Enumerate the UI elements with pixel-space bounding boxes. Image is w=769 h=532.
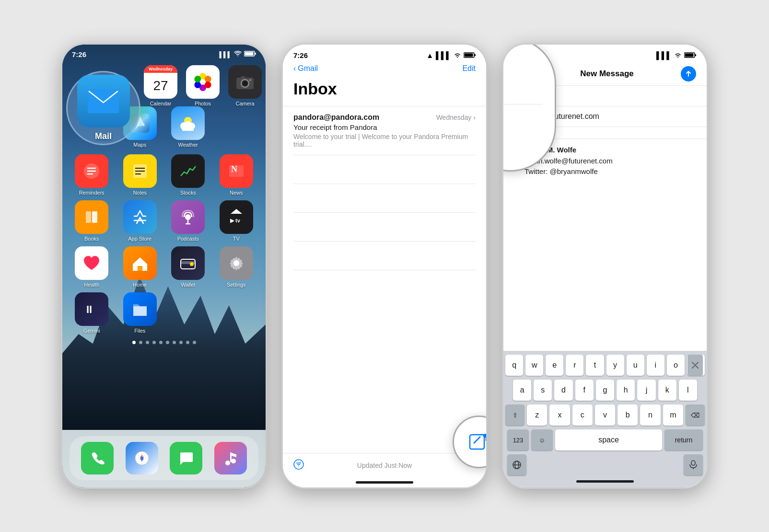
keyboard-extras-row — [505, 452, 705, 478]
wifi-icon — [234, 51, 242, 58]
app-books[interactable]: Books — [72, 200, 112, 242]
key-a[interactable]: a — [513, 380, 531, 401]
key-g[interactable]: g — [596, 380, 614, 401]
email-sender: pandora@pandora.com — [293, 113, 379, 122]
key-k[interactable]: k — [658, 380, 676, 401]
wallet-label: Wallet — [181, 282, 195, 288]
emoji-key[interactable]: ☺ — [531, 429, 553, 451]
app-podcasts[interactable]: Podcasts — [168, 200, 208, 242]
key-h[interactable]: h — [617, 380, 635, 401]
svg-rect-13 — [241, 76, 245, 78]
return-key[interactable]: return — [664, 429, 703, 451]
app-stocks[interactable]: Stocks — [168, 154, 208, 196]
space-key[interactable]: space — [555, 429, 662, 451]
app-appstore[interactable]: App Store — [120, 200, 160, 242]
signal-icon-3: ▌▌▌ — [656, 51, 672, 59]
svg-rect-15 — [88, 89, 119, 113]
app-settings[interactable]: Settings — [217, 246, 256, 288]
dock-safari[interactable] — [126, 442, 158, 474]
key-f[interactable]: f — [575, 380, 594, 401]
key-o[interactable]: o — [667, 355, 685, 376]
wifi-icon-3 — [674, 51, 682, 59]
key-m[interactable]: m — [663, 405, 683, 426]
home-indicator — [283, 477, 486, 487]
maps-label: Maps — [133, 142, 146, 148]
files-label: Files — [134, 328, 145, 334]
inbox-filter-icon[interactable] — [293, 459, 304, 472]
key-v[interactable]: v — [595, 405, 615, 426]
svg-point-53 — [231, 459, 236, 463]
mic-key[interactable] — [684, 454, 703, 475]
app-calendar[interactable]: Wednesday 27 Calendar — [144, 65, 177, 106]
edit-button[interactable]: Edit — [462, 64, 476, 73]
svg-text:N: N — [231, 164, 237, 174]
books-label: Books — [84, 236, 99, 242]
app-camera[interactable]: Camera — [228, 65, 262, 106]
app-gemini[interactable]: II Gemini — [72, 292, 112, 334]
key-l[interactable]: l — [679, 380, 697, 401]
app-home[interactable]: Home — [120, 246, 160, 288]
key-i[interactable]: i — [647, 355, 664, 376]
key-w[interactable]: w — [525, 355, 543, 376]
app-photos[interactable]: Photos — [186, 65, 220, 106]
gemini-label: Gemini — [83, 328, 100, 334]
compose-body[interactable]: Bryan M. Wolfe bryan.wolfe@futurenet.com… — [503, 139, 707, 351]
app-reminders[interactable]: Reminders — [72, 154, 112, 196]
phone3-frame: 7:26 ▌▌▌ New Message To: — [502, 43, 708, 489]
svg-rect-2 — [245, 52, 254, 56]
svg-point-35 — [185, 214, 191, 220]
signal-icon: ▌▌▌ — [219, 51, 232, 58]
keyboard-row-1: q w e r t y u i o p — [505, 355, 705, 376]
key-n[interactable]: n — [640, 405, 660, 426]
svg-point-12 — [243, 81, 247, 86]
svg-point-64 — [483, 434, 487, 438]
keyboard-dismiss-button[interactable] — [687, 355, 703, 376]
dock-messages[interactable] — [170, 442, 202, 474]
key-y[interactable]: y — [606, 355, 624, 376]
chevron-right-icon: › — [473, 114, 476, 121]
svg-text:II: II — [86, 303, 92, 315]
appstore-label: App Store — [128, 236, 151, 242]
dock — [70, 436, 258, 480]
key-b[interactable]: b — [618, 405, 638, 426]
number-key[interactable]: 123 — [507, 429, 529, 451]
email-list-item[interactable]: pandora@pandora.com Wednesday › Your rec… — [283, 106, 486, 155]
app-news[interactable]: N News — [217, 154, 256, 196]
svg-rect-22 — [182, 127, 194, 131]
key-q[interactable]: q — [505, 355, 523, 376]
mail-circle[interactable]: Mail — [66, 71, 140, 145]
dock-music[interactable] — [214, 442, 247, 474]
app-weather[interactable]: Weather — [168, 106, 208, 150]
svg-point-14 — [249, 79, 251, 81]
key-z[interactable]: z — [527, 405, 547, 426]
phone1-status-icons: ▌▌▌ — [219, 51, 256, 58]
svg-rect-71 — [691, 461, 695, 465]
key-e[interactable]: e — [546, 355, 563, 376]
inbox-title: Inbox — [283, 78, 486, 106]
key-x[interactable]: x — [549, 405, 570, 426]
app-tv[interactable]: ▶ tv TV — [217, 200, 256, 242]
keyboard-row-4: 123 ☺ space return — [505, 429, 705, 451]
dock-phone[interactable] — [81, 442, 114, 474]
key-u[interactable]: u — [627, 355, 644, 376]
app-notes[interactable]: Notes — [120, 154, 160, 196]
back-button[interactable]: ‹ Gmail — [293, 64, 318, 73]
send-button[interactable] — [681, 66, 696, 81]
key-j[interactable]: j — [637, 380, 655, 401]
app-wallet[interactable]: Wallet — [168, 246, 208, 288]
svg-rect-57 — [465, 54, 473, 57]
delete-key[interactable]: ⌫ — [686, 405, 705, 426]
globe-key[interactable] — [507, 454, 526, 475]
key-s[interactable]: s — [534, 380, 552, 401]
home-label: Home — [133, 282, 147, 288]
shift-key[interactable]: ⇧ — [505, 405, 524, 426]
svg-rect-39 — [138, 266, 142, 271]
app-health[interactable]: Health — [72, 246, 112, 288]
svg-rect-66 — [695, 54, 697, 56]
key-t[interactable]: t — [586, 355, 604, 376]
email-date: Wednesday › — [436, 114, 476, 121]
key-d[interactable]: d — [554, 380, 572, 401]
key-c[interactable]: c — [572, 405, 593, 426]
key-r[interactable]: r — [566, 355, 583, 376]
app-files[interactable]: Files — [120, 292, 160, 334]
